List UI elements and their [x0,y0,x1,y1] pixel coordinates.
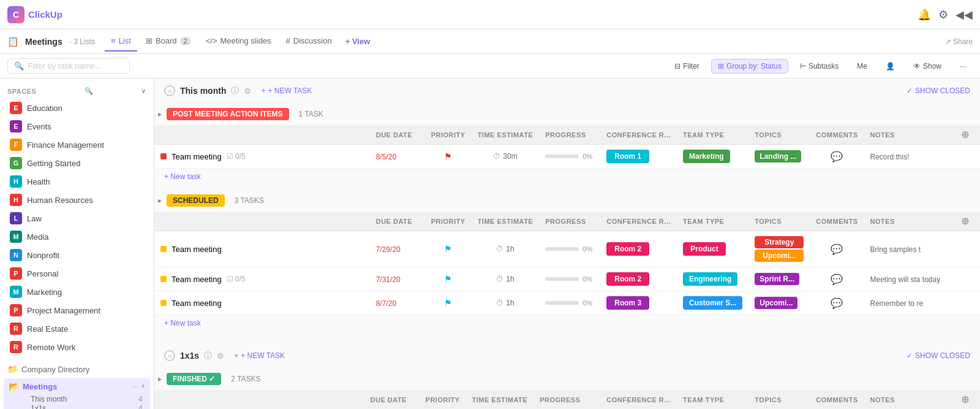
task-checkbox-1[interactable]: ☑ 0/5 [227,152,246,161]
new-task-inline-sched[interactable]: + New task [154,315,980,331]
tab-board[interactable]: ⊞ Board 2 [140,31,197,52]
finished-toggle-icon[interactable]: ▸ [158,375,162,383]
sched-topic-1a[interactable]: Strategy [755,236,804,248]
sidebar-item-law[interactable]: L Law [0,209,154,227]
settings-icon[interactable]: ⚙ [938,8,948,21]
sched-progress-bar-3 [545,301,579,305]
col-header-add-2[interactable]: ⊕ [950,212,981,231]
share-button[interactable]: ↗ Share [945,37,973,46]
sidebar-item-hr[interactable]: H Human Resources [0,191,154,209]
sidebar-item-getting-started[interactable]: G Getting Started [0,154,154,172]
post-meeting-badge[interactable]: POST MEETING ACTION ITEMS [167,108,289,120]
more-button[interactable]: ··· [953,59,973,74]
sidebar-sub-this-month[interactable]: This month 4 [4,395,150,403]
this-month-info[interactable]: ⓘ [231,85,239,96]
sidebar-sub-1x1s[interactable]: 1x1s 4 [4,404,150,409]
this-month-toggle[interactable]: ○ [164,85,175,96]
tab-discussion[interactable]: # Discussion [280,31,338,52]
add-col-icon-1[interactable]: ⊕ [956,129,974,140]
tab-list[interactable]: ≡ List [105,31,137,52]
sidebar-item-nonprofit[interactable]: N Nonprofit [0,246,154,264]
sched-conf-badge-1[interactable]: Room 2 [606,242,649,256]
sched-checkbox-2[interactable]: ☑ 0/5 [227,275,246,283]
me-button[interactable]: Me [850,59,874,74]
sched-team-badge-2[interactable]: Engineering [683,272,737,286]
1x1s-settings[interactable]: ⚙ [217,351,224,361]
tab-meeting-slides[interactable]: </> Meeting slides [200,31,277,52]
sidebar-item-remote-work[interactable]: R Remote Work [0,338,154,356]
1x1s-toggle[interactable]: ○ [164,350,175,361]
1x1s-show-closed[interactable]: ✓ SHOW CLOSED [907,351,970,360]
this-month-new-task[interactable]: + + NEW TASK [256,85,317,97]
1x1s-new-task[interactable]: + + NEW TASK [229,350,290,362]
task-label-1[interactable]: Team meeting [172,152,222,161]
sched-label-2[interactable]: Team meeting [172,275,222,284]
expand-icon[interactable]: ∨ [141,87,146,95]
sched-comment-2[interactable]: 💬 [831,274,843,285]
priority-flag-1[interactable]: ⚑ [444,151,452,161]
sidebar-folder-meetings[interactable]: 📂 Meetings ··· + [4,378,150,394]
sched-label-3[interactable]: Team meeting [172,299,222,308]
group-by-button[interactable]: ⊞ Group by: Status [711,59,788,74]
sidebar-item-health[interactable]: H Health [0,172,154,191]
team-badge-1[interactable]: Marketing [683,150,730,163]
post-meeting-toggle-icon[interactable]: ▸ [158,110,162,118]
sidebar-item-real-estate[interactable]: R Real Estate [0,319,154,338]
search-box[interactable]: 🔍 Filter by task name... [7,58,130,74]
sidebar-item-marketing[interactable]: M Marketing [0,283,154,301]
this-month-show-closed[interactable]: ✓ SHOW CLOSED [907,86,970,95]
sched-conf-badge-2[interactable]: Room 2 [606,272,649,286]
sched-topic-1b[interactable]: Upcomi... [755,250,804,262]
this-month-title: This month [180,86,226,96]
finance-label: Finance Management [27,140,146,150]
logo[interactable]: C ClickUp [7,6,62,23]
sched-team-badge-1[interactable]: Product [683,242,726,256]
subtasks-button[interactable]: ⊢ Subtasks [793,59,845,74]
search-spaces-icon[interactable]: 🔍 [85,87,94,95]
sidebar-item-events[interactable]: E Events [0,117,154,136]
sched-comment-3[interactable]: 💬 [831,298,843,308]
notification-icon[interactable]: 🔔 [918,8,931,21]
sidebar-item-finance[interactable]: F Finance Management [0,136,154,154]
sidebar-folder-company[interactable]: 📁 Company Directory [0,361,154,377]
finished-count: 2 TASKS [231,375,260,383]
sched-flag-2[interactable]: ⚑ [444,274,452,284]
sched-label-1[interactable]: Team meeting [172,245,222,254]
new-task-inline-1[interactable]: + New task [154,169,980,185]
collapse-icon[interactable]: ◀◀ [956,8,973,21]
logo-icon: C [7,6,24,23]
sched-topic-2[interactable]: Sprint R... [755,273,799,285]
comment-icon-1[interactable]: 💬 [831,151,843,162]
sched-team-badge-3[interactable]: Customer S... [683,296,742,310]
sidebar-item-education[interactable]: E Education [0,99,154,117]
show-button[interactable]: 👁 Show [907,59,948,74]
sched-flag-1[interactable]: ⚑ [444,244,452,254]
sidebar-item-personal[interactable]: P Personal [0,264,154,283]
post-meeting-group: ▸ POST MEETING ACTION ITEMS 1 TASK DUE D… [154,103,980,185]
col-header-add-1[interactable]: ⊕ [950,125,981,145]
sched-comment-1[interactable]: 💬 [831,244,843,254]
sched-topic-3[interactable]: Upcomi... [755,297,797,309]
sched-date-3: 8/7/20 [370,291,425,315]
add-col-icon-2[interactable]: ⊕ [956,216,974,226]
add-col-icon-3[interactable]: ⊕ [956,394,974,405]
this-month-settings[interactable]: ⚙ [244,86,251,96]
topic-badge-1[interactable]: Landing ... [755,150,801,162]
sched-conf-1: Room 2 [600,231,677,267]
col-header-add-3[interactable]: ⊕ [950,390,981,409]
sidebar-item-project-management[interactable]: P Project Management [0,301,154,319]
1x1s-info[interactable]: ⓘ [204,350,212,361]
marketing-label: Marketing [27,288,146,297]
finished-badge[interactable]: FINISHED ✓ [167,373,221,385]
meetings-actions[interactable]: ··· + [133,382,145,391]
add-view-button[interactable]: + View [341,34,375,48]
scheduled-toggle-icon[interactable]: ▸ [158,196,162,205]
assignees-button[interactable]: 👤 [879,59,902,74]
sched-flag-3[interactable]: ⚑ [444,298,452,308]
conf-badge-1[interactable]: Room 1 [606,150,649,163]
sched-conf-badge-3[interactable]: Room 3 [606,296,649,310]
filter-button[interactable]: ⊟ Filter [668,59,706,74]
sidebar-item-media[interactable]: M Media [0,227,154,246]
scheduled-badge[interactable]: SCHEDULED [167,194,225,207]
main-layout: SPACES 🔍 ∨ E Education E Events F Financ… [0,78,980,409]
